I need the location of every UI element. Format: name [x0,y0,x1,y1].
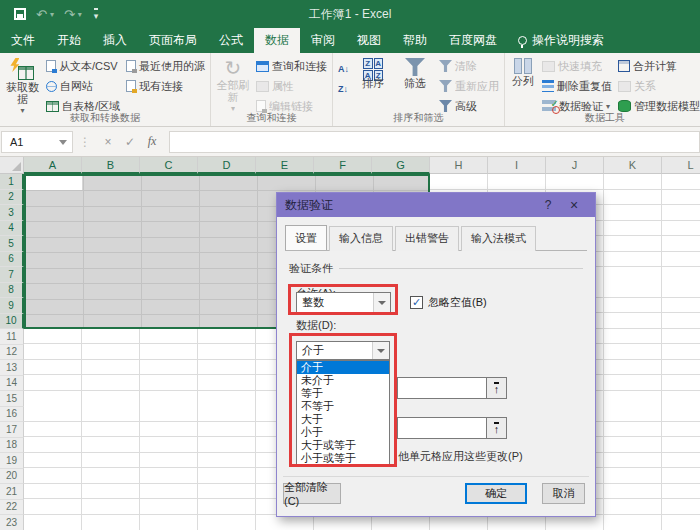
data-options-list[interactable]: 介于未介于等于不等于大于小于大于或等于小于或等于 [296,360,390,466]
cancel-button[interactable]: 取消 [542,483,585,504]
reapply-button[interactable]: 重新应用 [437,77,501,95]
sort-button[interactable]: ZA AZ 排序 [353,56,393,89]
ribbon-tab[interactable]: 公式 [208,28,254,53]
row-header[interactable]: 16 [0,407,24,423]
clear-filter-button[interactable]: 清除 [437,57,501,75]
collapse-dialog-icon[interactable]: ↑ [486,378,506,398]
help-icon[interactable]: ? [535,198,561,212]
row-header[interactable]: 13 [0,360,24,376]
customize-qat-icon[interactable]: ▾ [94,8,99,21]
data-option-item[interactable]: 小于 [297,426,389,439]
undo-caret-icon[interactable]: ▾ [50,10,54,19]
column-header[interactable]: F [314,157,372,174]
active-cell[interactable] [26,176,82,190]
collapse-dialog-icon[interactable]: ↑ [486,418,506,438]
row-header[interactable]: 11 [0,329,24,345]
minimum-input[interactable] [398,378,486,398]
ribbon-tab[interactable]: 百度网盘 [438,28,508,53]
redo-icon[interactable]: ↷ [64,8,75,21]
maximum-input[interactable] [398,418,486,438]
dialog-tab[interactable]: 设置 [285,225,327,250]
dialog-tab[interactable]: 出错警告 [395,226,459,251]
ribbon-tab[interactable]: 帮助 [392,28,438,53]
save-icon[interactable] [14,8,26,20]
column-header[interactable]: B [82,157,140,174]
ribbon-tab[interactable]: 插入 [92,28,138,53]
minimum-field[interactable]: ↑ [397,377,507,399]
name-box-caret-icon[interactable] [59,140,67,145]
ok-button[interactable]: 确定 [465,483,527,504]
ignore-blank-checkbox[interactable]: ✓ 忽略空值(B) [410,295,487,310]
row-header[interactable]: 7 [0,267,24,283]
relationships-button[interactable]: 关系 [616,77,700,95]
row-header[interactable]: 9 [0,298,24,314]
row-header[interactable]: 15 [0,391,24,407]
ribbon-tab[interactable]: 开始 [46,28,92,53]
close-icon[interactable]: × [561,197,587,213]
row-header[interactable]: 10 [0,314,24,330]
row-header[interactable]: 1 [0,174,24,190]
column-header[interactable]: G [372,157,430,174]
dialog-tab[interactable]: 输入法模式 [461,226,536,251]
tell-me-search[interactable]: 操作说明搜索 [508,28,614,53]
row-header[interactable]: 6 [0,252,24,268]
existing-connections-button[interactable]: 现有连接 [124,77,207,95]
clear-all-button[interactable]: 全部清除(C) [283,483,341,504]
maximum-field[interactable]: ↑ [397,417,507,439]
row-header[interactable]: 12 [0,345,24,361]
flash-fill-button[interactable]: 快速填充 [540,57,614,75]
column-header[interactable]: I [488,157,546,174]
row-header[interactable]: 23 [0,515,24,530]
filter-button[interactable]: 筛选 [395,56,435,89]
row-header[interactable]: 8 [0,283,24,299]
properties-button[interactable]: 属性 [254,77,329,95]
from-web-button[interactable]: 自网站 [44,77,122,95]
from-text-csv-button[interactable]: 从文本/CSV [44,57,122,75]
ribbon-tab[interactable]: 文件 [0,28,46,53]
enter-entry-icon[interactable]: ✓ [119,135,141,149]
sort-descending-button[interactable]: Z↓ [336,80,351,98]
dialog-title-bar[interactable]: 数据验证 ? × [277,193,595,217]
recent-sources-button[interactable]: 最近使用的源 [124,57,207,75]
data-combobox[interactable]: 介于 [296,341,390,360]
ribbon-tab[interactable]: 数据 [254,28,300,53]
row-header[interactable]: 14 [0,376,24,392]
column-header[interactable]: D [198,157,256,174]
select-all-corner[interactable] [0,157,24,174]
column-header[interactable]: H [430,157,488,174]
apply-to-all-cells-label[interactable]: 他单元格应用这些更改(P) [398,449,523,464]
data-option-item[interactable]: 小于或等于 [297,452,389,465]
allow-combobox[interactable]: 整数 [296,292,391,313]
data-option-item[interactable]: 大于 [297,413,389,426]
column-header[interactable]: J [546,157,604,174]
row-header[interactable]: 17 [0,422,24,438]
consolidate-button[interactable]: 合并计算 [616,57,700,75]
data-option-item[interactable]: 不等于 [297,400,389,413]
ribbon-tab[interactable]: 视图 [346,28,392,53]
column-header[interactable]: A [24,157,82,174]
row-header[interactable]: 3 [0,205,24,221]
column-header[interactable]: L [662,157,700,174]
column-header[interactable]: K [604,157,662,174]
column-header[interactable]: C [140,157,198,174]
row-header[interactable]: 20 [0,469,24,485]
text-to-columns-button[interactable]: 分列 [508,56,538,87]
sort-ascending-button[interactable]: A↓ [336,60,351,78]
ribbon-tab[interactable]: 审阅 [300,28,346,53]
get-data-button[interactable]: 获取数据 ▾ [3,56,42,115]
remove-duplicates-button[interactable]: 删除重复值 [540,77,614,95]
cancel-entry-icon[interactable]: × [97,135,119,149]
data-option-item[interactable]: 大于或等于 [297,439,389,452]
row-header[interactable]: 21 [0,484,24,500]
data-option-item[interactable]: 介于 [297,361,389,374]
data-option-item[interactable]: 未介于 [297,374,389,387]
row-header[interactable]: 5 [0,236,24,252]
row-header[interactable]: 19 [0,453,24,469]
undo-icon[interactable]: ↶ [36,8,47,21]
allow-dropdown-icon[interactable] [373,293,390,312]
ribbon-tab[interactable]: 页面布局 [138,28,208,53]
refresh-all-button[interactable]: ↻ 全部刷新 ▾ [214,56,252,113]
row-header[interactable]: 2 [0,190,24,206]
row-header[interactable]: 22 [0,500,24,516]
queries-connections-button[interactable]: 查询和连接 [254,57,329,75]
